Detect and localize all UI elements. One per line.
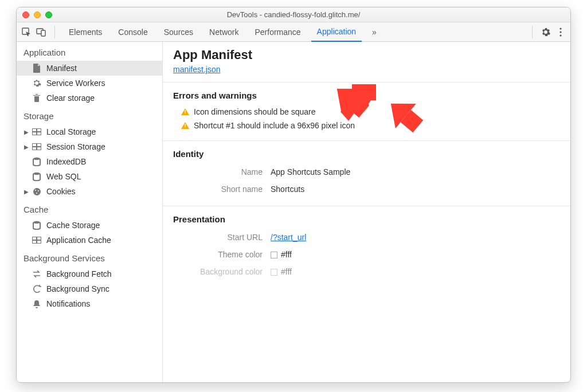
database-icon bbox=[32, 156, 42, 167]
svg-point-17 bbox=[33, 173, 40, 175]
sidebar-item-service-workers[interactable]: ▶ Service Workers bbox=[17, 76, 162, 91]
panel-body: Application ▶ Manifest ▶ Service Workers… bbox=[17, 42, 570, 382]
manifest-link[interactable]: manifest.json bbox=[173, 65, 220, 74]
kebab-menu-icon[interactable] bbox=[555, 27, 566, 37]
chevron-right-icon: ▶ bbox=[24, 129, 29, 135]
svg-point-18 bbox=[33, 188, 41, 195]
svg-rect-2 bbox=[41, 30, 45, 36]
svg-rect-12 bbox=[33, 144, 36, 146]
svg-rect-9 bbox=[33, 132, 36, 135]
sidebar-item-manifest[interactable]: ▶ Manifest bbox=[17, 61, 162, 76]
sidebar-item-indexeddb[interactable]: ▶ IndexedDB bbox=[17, 154, 162, 169]
swap-icon bbox=[32, 269, 42, 279]
sidebar-item-session-storage[interactable]: ▶ Session Storage bbox=[17, 139, 162, 154]
field-value: App Shortcuts Sample bbox=[271, 167, 350, 177]
section-identity-header: Identity bbox=[173, 149, 560, 159]
sidebar-item-label: Session Storage bbox=[46, 142, 105, 151]
sidebar-item-cache-storage[interactable]: ▶ Cache Storage bbox=[17, 218, 162, 233]
svg-rect-14 bbox=[33, 147, 36, 150]
panel-toolbar: Elements Console Sources Network Perform… bbox=[17, 22, 570, 42]
tab-elements[interactable]: Elements bbox=[63, 22, 108, 42]
sidebar-item-label: IndexedDB bbox=[46, 157, 86, 166]
svg-rect-24 bbox=[33, 237, 36, 240]
field-value: Shortcuts bbox=[271, 185, 304, 194]
sidebar-item-label: Web SQL bbox=[46, 172, 81, 181]
tab-application[interactable]: Application bbox=[311, 22, 362, 42]
database-icon bbox=[32, 220, 42, 230]
svg-rect-10 bbox=[37, 132, 41, 135]
application-sidebar: Application ▶ Manifest ▶ Service Workers… bbox=[17, 42, 163, 382]
svg-point-16 bbox=[33, 158, 40, 160]
tab-network[interactable]: Network bbox=[204, 22, 244, 42]
field-label: Background color bbox=[173, 267, 271, 276]
devtools-window: DevTools - candied-flossy-fold.glitch.me… bbox=[16, 7, 571, 383]
window-title: DevTools - candied-flossy-fold.glitch.me… bbox=[17, 10, 570, 19]
svg-rect-26 bbox=[33, 241, 36, 243]
sidebar-section-background: Background Services bbox=[17, 248, 162, 266]
sidebar-item-label: Background Sync bbox=[46, 284, 109, 293]
identity-name-row: Name App Shortcuts Sample bbox=[173, 163, 560, 181]
svg-point-3 bbox=[559, 28, 561, 29]
svg-point-22 bbox=[33, 221, 40, 224]
sidebar-item-label: Cookies bbox=[46, 187, 76, 196]
tab-console[interactable]: Console bbox=[112, 22, 153, 42]
inspect-element-icon[interactable] bbox=[21, 27, 32, 37]
section-presentation-header: Presentation bbox=[173, 214, 560, 224]
presentation-start-url-row: Start URL /?start_url bbox=[173, 229, 560, 246]
color-swatch bbox=[271, 252, 277, 258]
sidebar-section-application: Application bbox=[17, 42, 162, 61]
field-label: Short name bbox=[173, 185, 271, 194]
chevron-right-icon: ▶ bbox=[24, 144, 29, 150]
page-title: App Manifest bbox=[173, 48, 560, 62]
table-icon bbox=[32, 142, 42, 152]
sidebar-item-notifications[interactable]: ▶ Notifications bbox=[17, 296, 162, 311]
bell-icon bbox=[32, 299, 42, 309]
field-value: #fff bbox=[271, 250, 292, 259]
start-url-link[interactable]: /?start_url bbox=[271, 233, 306, 242]
chevron-right-icon: ▶ bbox=[24, 189, 29, 195]
sidebar-item-label: Manifest bbox=[46, 64, 77, 73]
field-label: Theme color bbox=[173, 250, 271, 259]
sidebar-item-local-storage[interactable]: ▶ Local Storage bbox=[17, 124, 162, 139]
color-swatch bbox=[271, 269, 277, 276]
titlebar: DevTools - candied-flossy-fold.glitch.me… bbox=[17, 7, 570, 22]
svg-rect-7 bbox=[33, 129, 36, 131]
presentation-background-color-row: Background color #fff bbox=[173, 263, 560, 280]
svg-point-19 bbox=[35, 190, 36, 191]
sidebar-item-label: Service Workers bbox=[46, 79, 105, 88]
warning-icon bbox=[181, 122, 189, 129]
sidebar-item-clear-storage[interactable]: ▶ Clear storage bbox=[17, 91, 162, 105]
sync-icon bbox=[32, 284, 42, 294]
svg-rect-15 bbox=[37, 147, 41, 150]
sidebar-item-cookies[interactable]: ▶ Cookies bbox=[17, 184, 162, 199]
sidebar-item-background-sync[interactable]: ▶ Background Sync bbox=[17, 281, 162, 296]
cookie-icon bbox=[32, 186, 42, 197]
tab-more[interactable]: » bbox=[366, 22, 382, 42]
annotation-arrow bbox=[381, 97, 423, 139]
warning-text: Icon dimensions should be square bbox=[194, 107, 315, 116]
field-label: Start URL bbox=[173, 233, 271, 242]
sidebar-item-label: Local Storage bbox=[46, 127, 96, 136]
svg-point-21 bbox=[36, 193, 37, 194]
svg-point-5 bbox=[559, 34, 561, 36]
device-toggle-icon[interactable] bbox=[36, 27, 46, 37]
svg-rect-27 bbox=[37, 241, 41, 243]
warning-text: Shortcut #1 should include a 96x96 pixel… bbox=[194, 121, 355, 130]
tab-sources[interactable]: Sources bbox=[158, 22, 199, 42]
svg-point-20 bbox=[38, 190, 39, 191]
sidebar-item-label: Cache Storage bbox=[46, 221, 100, 230]
sidebar-item-background-fetch[interactable]: ▶ Background Fetch bbox=[17, 266, 162, 281]
table-icon bbox=[32, 235, 42, 245]
sidebar-item-label: Application Cache bbox=[46, 236, 111, 245]
sidebar-section-cache: Cache bbox=[17, 199, 162, 218]
sidebar-item-web-sql[interactable]: ▶ Web SQL bbox=[17, 169, 162, 184]
svg-rect-25 bbox=[37, 237, 41, 240]
divider bbox=[532, 26, 533, 38]
trash-icon bbox=[32, 93, 42, 103]
database-icon bbox=[32, 171, 42, 182]
identity-short-name-row: Short name Shortcuts bbox=[173, 181, 560, 198]
gear-icon bbox=[32, 78, 42, 88]
sidebar-item-application-cache[interactable]: ▶ Application Cache bbox=[17, 233, 162, 248]
gear-icon[interactable] bbox=[541, 27, 551, 37]
tab-performance[interactable]: Performance bbox=[249, 22, 306, 42]
